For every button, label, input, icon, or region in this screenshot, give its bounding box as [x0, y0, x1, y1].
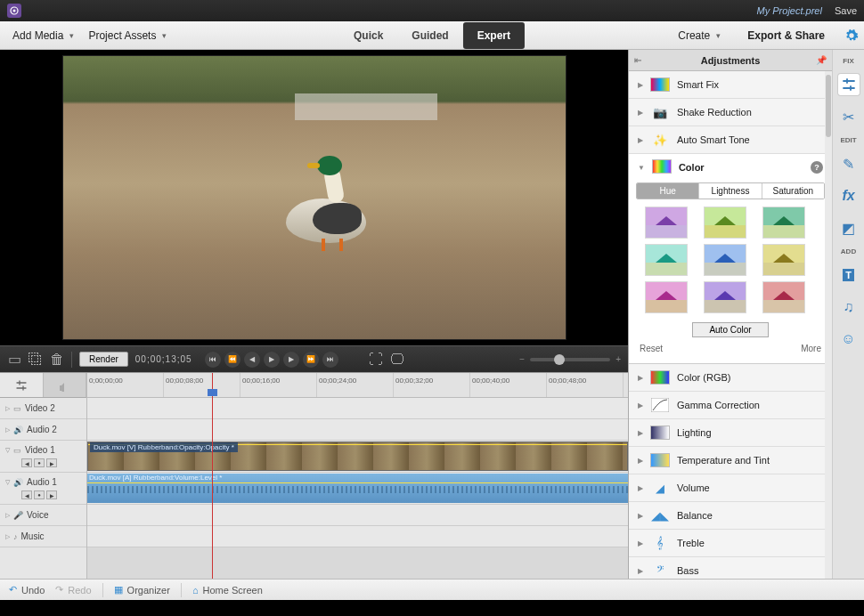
- redo-button[interactable]: ↷Redo: [55, 584, 91, 596]
- panel-collapse-icon[interactable]: ⇤: [634, 55, 641, 65]
- zoom-slider[interactable]: − +: [519, 354, 621, 364]
- timecode-display: 00;00;13;05: [135, 354, 192, 364]
- hue-swatch-3[interactable]: [762, 207, 805, 239]
- sidebar-adjust-icon[interactable]: [838, 74, 860, 95]
- step-back-button[interactable]: ◀: [244, 352, 260, 368]
- adj-smart-fix[interactable]: ▶Smart Fix: [629, 71, 832, 99]
- sidebar-fx-icon[interactable]: fx: [838, 185, 860, 207]
- titlebar: My Project.prel Save: [0, 0, 864, 21]
- reset-link[interactable]: Reset: [640, 344, 663, 353]
- sidebar-transitions-icon[interactable]: ◩: [838, 217, 860, 239]
- sidebar-label-add: ADD: [841, 247, 856, 255]
- tab-saturation[interactable]: Saturation: [762, 183, 824, 199]
- auto-color-button[interactable]: Auto Color: [692, 322, 768, 337]
- hue-swatch-1[interactable]: [645, 207, 688, 239]
- hue-swatch-6[interactable]: [762, 244, 805, 276]
- fullscreen-icon[interactable]: ⛶: [369, 353, 383, 367]
- track-audio1-label[interactable]: ▽🔊Audio 1 ◀●▶: [0, 473, 86, 505]
- track-music[interactable]: [87, 526, 628, 547]
- adjustments-list: ▶Smart Fix ▶📷Shake Reduction ▶✨Auto Smar…: [629, 71, 832, 579]
- playhead[interactable]: [212, 373, 213, 579]
- create-menu[interactable]: Create: [671, 26, 728, 45]
- hue-swatch-8[interactable]: [704, 281, 746, 313]
- video-preview[interactable]: [62, 55, 566, 340]
- organizer-button[interactable]: ▦Organizer: [114, 584, 170, 596]
- playback-controls: ⏮ ⏪ ◀ ▶ ▶ ⏩ ⏭: [205, 352, 338, 368]
- track-voice[interactable]: [87, 505, 628, 526]
- track-video1-label[interactable]: ▽▭Video 1 ◀●▶: [0, 441, 86, 473]
- track-video1[interactable]: Duck.mov [V] Rubberband:Opacity:Opacity …: [87, 441, 628, 473]
- home-screen-button[interactable]: ⌂Home Screen: [192, 585, 263, 596]
- adj-gamma[interactable]: ▶Gamma Correction: [629, 392, 832, 419]
- mode-quick[interactable]: Quick: [339, 22, 397, 49]
- hue-swatch-2[interactable]: [704, 207, 746, 239]
- scrollbar[interactable]: [825, 71, 832, 579]
- adjustments-header: ⇤ Adjustments 📌: [629, 50, 832, 71]
- preview-subject: [277, 172, 384, 252]
- adj-treble[interactable]: ▶𝄞Treble: [629, 530, 832, 557]
- hue-swatch-7[interactable]: [645, 281, 688, 313]
- adj-balance[interactable]: ▶◢◣Balance: [629, 502, 832, 530]
- timeline-tab-sliders[interactable]: [0, 373, 44, 397]
- panel-pin-icon[interactable]: 📌: [816, 55, 827, 65]
- sidebar-graphics-icon[interactable]: ☺: [838, 328, 860, 350]
- track-music-label[interactable]: ▷♪Music: [0, 526, 86, 547]
- export-share-button[interactable]: Export & Share: [740, 26, 832, 45]
- tab-lightness[interactable]: Lightness: [699, 183, 762, 199]
- sidebar-pencil-icon[interactable]: ✎: [838, 153, 860, 174]
- step-forward-button[interactable]: ▶: [283, 352, 299, 368]
- hue-swatch-9[interactable]: [762, 281, 805, 313]
- timeline-ruler[interactable]: 0;00;00;0000;00;08;0000;00;16;0000;00;24…: [87, 373, 628, 398]
- sidebar-label-fix: FIX: [843, 57, 853, 65]
- goto-start-button[interactable]: ⏮: [205, 352, 221, 368]
- goto-end-button[interactable]: ⏭: [322, 352, 338, 368]
- track-audio2-label[interactable]: ▷🔊Audio 2: [0, 419, 86, 441]
- render-button[interactable]: Render: [79, 352, 128, 367]
- timeline-tracks[interactable]: 0;00;00;0000;00;08;0000;00;16;0000;00;24…: [87, 373, 628, 579]
- adj-volume[interactable]: ▶◢Volume: [629, 474, 832, 502]
- toolbar: Add Media Project Assets Quick Guided Ex…: [0, 21, 864, 50]
- adj-shake-reduction[interactable]: ▶📷Shake Reduction: [629, 99, 832, 126]
- adj-bass[interactable]: ▶𝄢Bass: [629, 557, 832, 579]
- timeline-header: ▭ ⿻ 🗑 Render 00;00;13;05 ⏮ ⏪ ◀ ▶ ▶ ⏩ ⏭ ⛶…: [0, 345, 628, 372]
- copy-icon[interactable]: ⿻: [29, 353, 43, 367]
- adj-temp-tint[interactable]: ▶Temperature and Tint: [629, 447, 832, 474]
- track-audio1[interactable]: Duck.mov [A] Rubberband:Volume:Level *: [87, 473, 628, 505]
- mode-expert[interactable]: Expert: [463, 22, 525, 49]
- tab-hue[interactable]: Hue: [637, 183, 699, 199]
- clip-icon[interactable]: ▭: [7, 353, 21, 367]
- track-audio2[interactable]: [87, 419, 628, 441]
- adj-color-header[interactable]: ▼Color ?: [629, 154, 832, 181]
- adjustments-panel: ⇤ Adjustments 📌 ▶Smart Fix ▶📷Shake Reduc…: [629, 50, 832, 579]
- undo-button[interactable]: ↶Undo: [9, 584, 45, 596]
- trash-icon[interactable]: 🗑: [50, 353, 64, 367]
- adj-color-rgb[interactable]: ▶Color (RGB): [629, 364, 832, 392]
- track-video2[interactable]: [87, 398, 628, 419]
- track-video2-label[interactable]: ▷▭Video 2: [0, 398, 86, 419]
- clip-video1[interactable]: Duck.mov [V] Rubberband:Opacity:Opacity …: [87, 442, 628, 471]
- rewind-button[interactable]: ⏪: [224, 352, 240, 368]
- sidebar-tools-icon[interactable]: ✂: [838, 106, 860, 127]
- svg-point-1: [13, 10, 16, 12]
- save-button[interactable]: Save: [835, 5, 857, 16]
- hue-swatch-5[interactable]: [704, 244, 746, 276]
- adj-lighting[interactable]: ▶Lighting: [629, 419, 832, 447]
- project-assets-menu[interactable]: Project Assets: [81, 26, 174, 45]
- play-button[interactable]: ▶: [264, 352, 280, 368]
- adj-color-expanded: ▼Color ? Hue Lightness Saturation Auto C…: [629, 154, 832, 364]
- sidebar-titles-icon[interactable]: T: [838, 264, 860, 286]
- add-media-menu[interactable]: Add Media: [5, 26, 81, 45]
- sidebar-music-icon[interactable]: ♫: [838, 296, 860, 318]
- hue-swatch-4[interactable]: [645, 244, 688, 276]
- more-link[interactable]: More: [801, 344, 821, 353]
- track-voice-label[interactable]: ▷🎤Voice: [0, 505, 86, 526]
- help-icon[interactable]: ?: [811, 161, 823, 174]
- monitor-icon[interactable]: 🖵: [390, 353, 404, 367]
- mode-guided[interactable]: Guided: [397, 22, 462, 49]
- timeline: ▷▭Video 2 ▷🔊Audio 2 ▽▭Video 1 ◀●▶ ▽🔊Audi…: [0, 372, 628, 579]
- adj-auto-smart-tone[interactable]: ▶✨Auto Smart Tone: [629, 126, 832, 154]
- timeline-tab-audio[interactable]: [44, 373, 87, 397]
- fast-forward-button[interactable]: ⏩: [303, 352, 319, 368]
- settings-icon[interactable]: [844, 28, 859, 43]
- clip-audio1[interactable]: Duck.mov [A] Rubberband:Volume:Level *: [87, 474, 628, 503]
